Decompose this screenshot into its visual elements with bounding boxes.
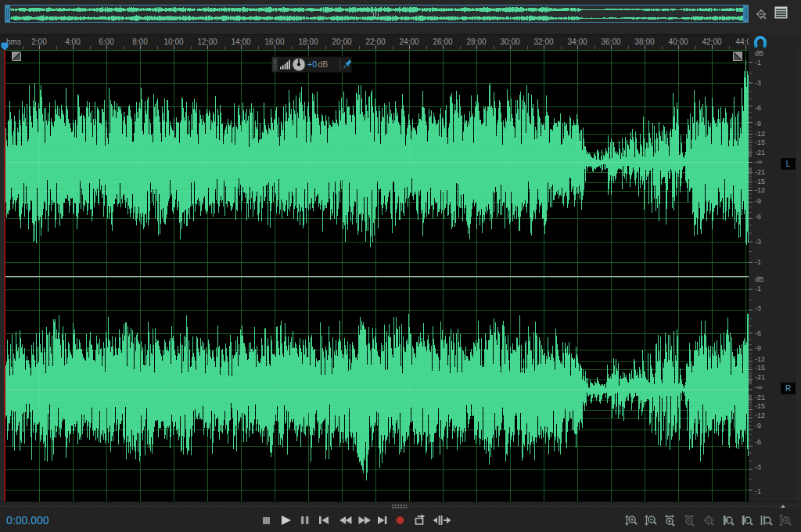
- svg-text:dB: dB: [318, 59, 328, 69]
- svg-text:+0: +0: [307, 59, 317, 69]
